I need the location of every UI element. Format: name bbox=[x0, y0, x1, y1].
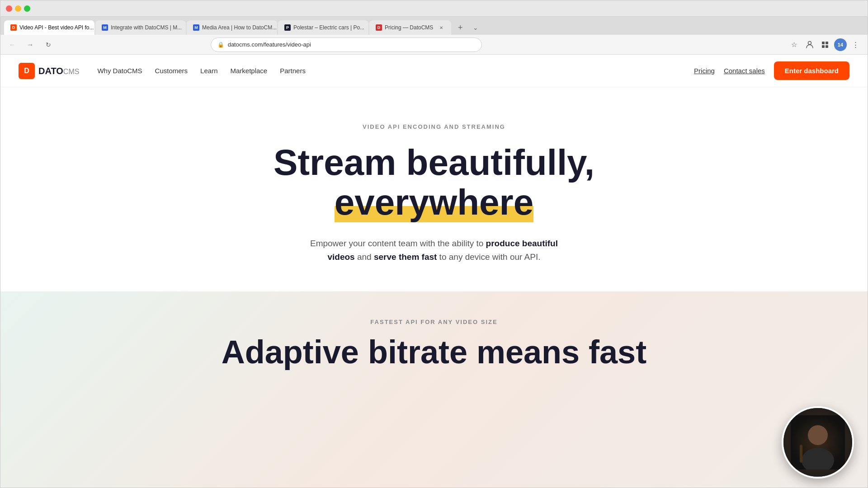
hero-title-line2: everywhere bbox=[335, 182, 533, 222]
svg-rect-1 bbox=[822, 42, 825, 44]
user-avatar[interactable]: 14 bbox=[834, 38, 847, 51]
browser-frame: D Video API - Best video API fo... ✕ M I… bbox=[0, 0, 868, 488]
section-title: Adaptive bitrate means fast bbox=[222, 334, 646, 370]
tabs-bar: D Video API - Best video API fo... ✕ M I… bbox=[0, 17, 868, 35]
svg-rect-3 bbox=[822, 45, 825, 48]
section-tag: FASTEST API FOR ANY VIDEO SIZE bbox=[370, 319, 497, 325]
hero-desc-after: to any device with our API. bbox=[437, 252, 540, 262]
svg-point-6 bbox=[808, 425, 828, 445]
more-options-icon[interactable]: ⋮ bbox=[849, 38, 862, 51]
title-bar bbox=[0, 0, 868, 17]
site-header: D DATOCMS Why DatoCMS Customers Learn Ma… bbox=[0, 55, 868, 87]
tab-2[interactable]: M Integrate with DatoCMS | M... ✕ bbox=[95, 20, 186, 35]
hero-desc-before: Empower your content team with the abili… bbox=[310, 239, 486, 248]
nav-contact-sales[interactable]: Contact sales bbox=[724, 67, 765, 75]
url-text: datocms.com/features/video-api bbox=[228, 41, 311, 48]
tab-close-5[interactable]: ✕ bbox=[438, 24, 445, 31]
toolbar-right: ☆ 14 ⋮ bbox=[788, 38, 862, 51]
profile-icon[interactable] bbox=[803, 38, 816, 51]
nav-customers[interactable]: Customers bbox=[155, 67, 188, 75]
refresh-button[interactable]: ↻ bbox=[42, 38, 55, 51]
logo-name: DATOCMS bbox=[38, 66, 79, 76]
lock-icon: 🔒 bbox=[217, 42, 224, 48]
logo-text-block: DATOCMS bbox=[38, 66, 79, 76]
svg-rect-2 bbox=[826, 42, 828, 44]
tab-label-4: Polestar – Electric cars | Po... bbox=[293, 24, 364, 31]
video-inner bbox=[783, 408, 852, 477]
tab-favicon-4: P bbox=[284, 24, 291, 31]
video-overlay bbox=[782, 406, 854, 479]
hero-title-line1: Stream beautifully, bbox=[274, 142, 594, 183]
maximize-button[interactable] bbox=[24, 5, 30, 12]
tab-4[interactable]: P Polestar – Electric cars | Po... ✕ bbox=[278, 20, 368, 35]
url-bar[interactable]: 🔒 datocms.com/features/video-api bbox=[211, 38, 482, 52]
page-content: D DATOCMS Why DatoCMS Customers Learn Ma… bbox=[0, 55, 868, 488]
extensions-icon[interactable] bbox=[819, 38, 831, 51]
address-bar: ← → ↻ 🔒 datocms.com/features/video-api ☆ bbox=[0, 35, 868, 55]
tab-label-2: Integrate with DatoCMS | M... bbox=[111, 24, 182, 31]
tab-favicon-2: M bbox=[102, 24, 108, 31]
enter-dashboard-button[interactable]: Enter dashboard bbox=[774, 61, 849, 80]
nav-right: Pricing Contact sales Enter dashboard bbox=[694, 61, 849, 80]
hero-title: Stream beautifully, everywhere bbox=[274, 143, 594, 222]
hero-desc-middle: and bbox=[355, 252, 374, 262]
close-button[interactable] bbox=[6, 5, 12, 12]
minimize-button[interactable] bbox=[15, 5, 21, 12]
hero-description: Empower your content team with the abili… bbox=[298, 237, 570, 264]
tab-label-1: Video API - Best video API fo... bbox=[19, 24, 94, 31]
section-preview: FASTEST API FOR ANY VIDEO SIZE Adaptive … bbox=[0, 291, 868, 488]
logo-letter: D bbox=[24, 67, 29, 75]
tab-overflow-button[interactable]: ⌄ bbox=[469, 21, 482, 34]
person-video bbox=[791, 415, 845, 469]
hero-section: VIDEO API ENCODING AND STREAMING Stream … bbox=[0, 87, 868, 291]
logo-icon: D bbox=[19, 63, 35, 79]
nav-why-datocms[interactable]: Why DatoCMS bbox=[97, 67, 142, 75]
svg-point-0 bbox=[808, 41, 811, 44]
nav-partners[interactable]: Partners bbox=[280, 67, 306, 75]
new-tab-button[interactable]: + bbox=[454, 21, 467, 34]
hero-tag: VIDEO API ENCODING AND STREAMING bbox=[363, 123, 505, 130]
logo[interactable]: D DATOCMS bbox=[19, 63, 79, 79]
tab-1[interactable]: D Video API - Best video API fo... ✕ bbox=[4, 20, 94, 35]
tab-label-5: Pricing — DatoCMS bbox=[385, 24, 433, 31]
tab-3[interactable]: M Media Area | How to DatoCM... ✕ bbox=[187, 20, 277, 35]
nav-links: Why DatoCMS Customers Learn Marketplace … bbox=[97, 67, 694, 75]
nav-pricing[interactable]: Pricing bbox=[694, 67, 715, 75]
traffic-lights bbox=[6, 5, 30, 12]
forward-button[interactable]: → bbox=[24, 38, 37, 51]
tab-favicon-5: D bbox=[376, 24, 382, 31]
bookmark-icon[interactable]: ☆ bbox=[788, 38, 801, 51]
back-button[interactable]: ← bbox=[6, 38, 19, 51]
tab-favicon-1: D bbox=[10, 24, 17, 31]
tab-favicon-3: M bbox=[193, 24, 199, 31]
tab-label-3: Media Area | How to DatoCM... bbox=[202, 24, 277, 31]
svg-rect-4 bbox=[826, 45, 828, 48]
tab-5[interactable]: D Pricing — DatoCMS ✕ bbox=[369, 20, 451, 35]
nav-marketplace[interactable]: Marketplace bbox=[230, 67, 267, 75]
svg-rect-8 bbox=[800, 445, 802, 463]
nav-learn[interactable]: Learn bbox=[200, 67, 217, 75]
hero-desc-bold2: serve them fast bbox=[374, 252, 437, 262]
